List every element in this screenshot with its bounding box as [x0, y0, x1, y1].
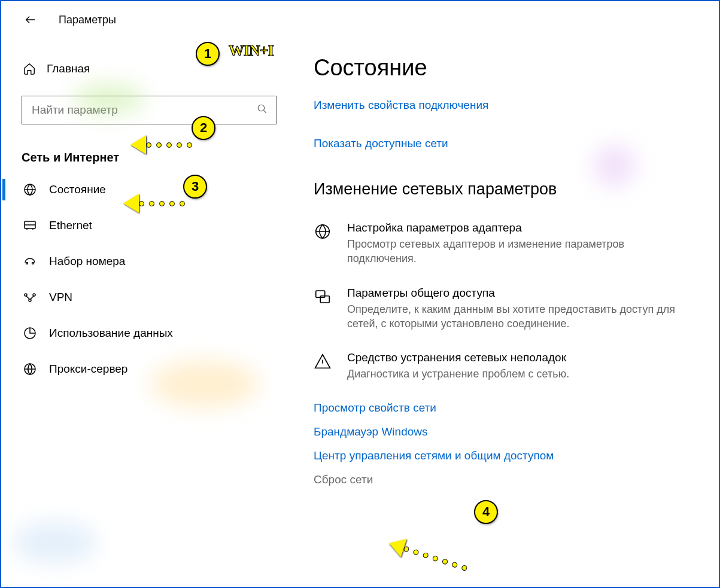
arrow-head-icon — [123, 194, 139, 213]
sidebar-item-label: VPN — [49, 291, 72, 304]
link-windows-firewall[interactable]: Брандмауэр Windows — [314, 425, 695, 438]
sidebar-item-vpn[interactable]: VPN — [1, 279, 294, 315]
link-view-network-props[interactable]: Просмотр свойств сети — [314, 401, 695, 415]
sidebar-item-label: Набор номера — [49, 255, 125, 268]
option-desc: Диагностика и устранение проблем с сетью… — [347, 367, 695, 381]
option-desc: Просмотр сетевых адаптеров и изменение п… — [347, 237, 695, 266]
link-change-connection-props[interactable]: Изменить свойства подключения — [314, 99, 695, 112]
option-sharing-settings[interactable]: Параметры общего доступа Определите, к к… — [314, 287, 695, 331]
annotation-marker-4: 4 — [474, 500, 498, 524]
annotation-marker-3: 3 — [183, 175, 207, 199]
link-show-available-networks[interactable]: Показать доступные сети — [314, 137, 695, 150]
header-row: Параметры — [1, 1, 294, 33]
svg-point-0 — [258, 105, 265, 111]
link-network-sharing-center[interactable]: Центр управления сетями и общим доступом — [314, 449, 695, 462]
warning-icon — [314, 351, 334, 373]
svg-point-6 — [33, 294, 35, 296]
annotation-number: 4 — [482, 504, 490, 520]
svg-point-4 — [32, 263, 34, 264]
page-title: Состояние — [314, 55, 695, 81]
back-button[interactable] — [23, 12, 38, 28]
sidebar-item-ethernet[interactable]: Ethernet — [1, 208, 294, 243]
arrow-dots — [139, 201, 185, 206]
app-title: Параметры — [59, 14, 116, 26]
sidebar-item-label: Ethernet — [49, 219, 92, 232]
home-icon — [23, 62, 36, 75]
sidebar-item-data-usage[interactable]: Использование данных — [1, 315, 294, 351]
globe-icon — [23, 182, 37, 197]
proxy-icon — [23, 362, 37, 376]
sidebar-item-dialup[interactable]: Набор номера — [1, 243, 294, 279]
home-nav[interactable]: Главная — [1, 56, 294, 81]
link-network-reset[interactable]: Сброс сети — [314, 473, 695, 486]
annotation-arrow-3 — [123, 194, 183, 213]
option-title: Параметры общего доступа — [347, 287, 695, 300]
option-title: Настройка параметров адаптера — [347, 221, 695, 234]
svg-point-3 — [26, 263, 28, 264]
home-label: Главная — [47, 62, 90, 75]
option-text: Настройка параметров адаптера Просмотр с… — [347, 221, 695, 266]
sidebar-item-label: Прокси-сервер — [49, 362, 127, 376]
search-input[interactable] — [32, 103, 257, 117]
option-title: Средство устранения сетевых неполадок — [347, 351, 695, 364]
option-adapter-settings[interactable]: Настройка параметров адаптера Просмотр с… — [314, 221, 695, 266]
search-box[interactable] — [22, 96, 277, 124]
arrow-head-icon — [130, 135, 146, 154]
annotation-number: 3 — [192, 179, 199, 194]
arrow-left-icon — [24, 13, 37, 26]
svg-point-7 — [29, 299, 31, 301]
option-text: Средство устранения сетевых неполадок Ди… — [347, 351, 695, 381]
settings-window: Параметры Главная Сеть и Интернет Состоя… — [0, 0, 720, 588]
adapter-icon — [314, 221, 334, 243]
ethernet-icon — [23, 218, 37, 233]
decorative-blob — [73, 84, 145, 114]
arrow-dots — [146, 142, 192, 148]
annotation-arrow-2 — [130, 135, 190, 154]
sharing-icon — [314, 287, 334, 308]
sidebar-item-label: Использование данных — [49, 327, 173, 340]
subheading-change-network-settings: Изменение сетевых параметров — [314, 180, 695, 199]
option-desc: Определите, к каким данным вы хотите пре… — [347, 302, 695, 331]
svg-point-5 — [25, 294, 27, 296]
decorative-blob — [594, 145, 636, 187]
data-usage-icon — [23, 326, 37, 340]
dialup-icon — [23, 254, 37, 269]
main-panel: Состояние Изменить свойства подключения … — [294, 1, 719, 587]
annotation-text-wini: WIN+I — [229, 42, 274, 60]
decorative-blob — [13, 522, 97, 563]
vpn-icon — [23, 290, 37, 304]
sidebar-item-label: Состояние — [49, 183, 106, 196]
annotation-marker-2: 2 — [192, 116, 215, 140]
search-icon — [257, 103, 268, 117]
annotation-number: 2 — [200, 120, 207, 136]
option-text: Параметры общего доступа Определите, к к… — [347, 287, 695, 331]
sidebar: Параметры Главная Сеть и Интернет Состоя… — [1, 1, 294, 587]
annotation-marker-1: 1 — [196, 42, 220, 66]
option-troubleshooter[interactable]: Средство устранения сетевых неполадок Ди… — [314, 351, 695, 381]
decorative-blob — [151, 360, 259, 408]
annotation-number: 1 — [204, 46, 211, 62]
